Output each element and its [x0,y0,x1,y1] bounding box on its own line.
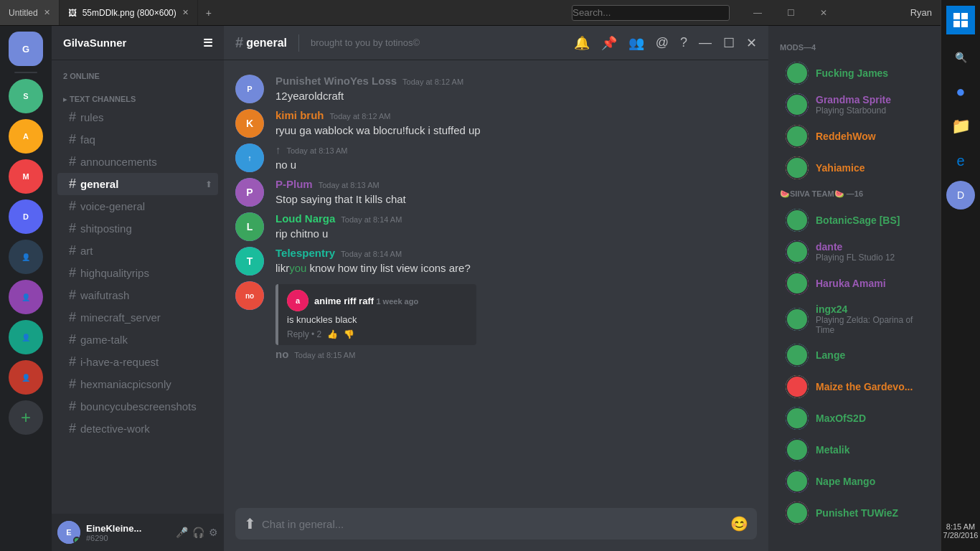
help-icon[interactable]: ? [680,35,687,50]
tab-image[interactable]: 🖼 55mDDlk.png (800×600) ✕ [60,0,198,25]
header-minimize-icon[interactable]: — [699,35,712,50]
member-info: dante Playing FL Studio 12 [816,241,923,263]
channel-item-shitposting[interactable]: # shitposting [57,217,218,240]
channel-item-general[interactable]: # general ⬆ [57,173,218,195]
online-count-label: 2 ONLINE [52,66,224,86]
server-icon-6[interactable]: 👤 [9,240,43,274]
channel-item-art[interactable]: # art [57,240,218,262]
member-name: Punishet TUWieZ [816,507,923,519]
discord-taskbar-icon[interactable]: D [946,181,975,209]
member-item-yahiamice[interactable]: Y Yahiamice [774,152,935,184]
tab-close-image[interactable]: ✕ [182,8,189,17]
search-taskbar-icon[interactable]: 🔍 [946,43,975,72]
member-item-grandma-sprite[interactable]: G Grandma Sprite Playing Starbound [774,89,935,121]
channel-item-highqualityrips[interactable]: # highqualityrips [57,262,218,284]
message-timestamp: Today at 8:14 AM [341,215,402,224]
channel-item-voice-general[interactable]: # voice-general [57,195,218,217]
reply-label[interactable]: Reply • 2 [287,329,321,339]
upload-button[interactable]: ⬆ [244,508,262,540]
server-icon-7[interactable]: 👤 [9,280,43,314]
browser-search-bar[interactable] [572,5,730,21]
message-timestamp: Today at 8:12 AM [330,112,391,121]
chat-input[interactable] [262,511,725,537]
member-item-lange[interactable]: L Lange [774,339,935,371]
channel-item-waifutrash[interactable]: # waifutrash [57,284,218,306]
server-menu-icon[interactable]: ☰ [203,37,212,50]
member-info: Lange [816,349,923,361]
member-status: Playing Starbound [816,105,923,116]
maximize-button[interactable]: ☐ [774,1,807,24]
member-item-punishet-tuviez[interactable]: P Punishet TUWieZ [774,497,935,529]
server-icon-9[interactable]: 👤 [9,360,43,395]
pin-icon[interactable]: 📌 [601,35,617,51]
settings-button[interactable]: ⚙ [209,527,218,538]
edge-icon[interactable]: e [946,146,975,175]
message-author[interactable]: Punishet WinoYes Loss [275,75,397,87]
member-avatar: H [786,272,809,295]
server-icon-3[interactable]: A [9,119,43,154]
channel-item-rules[interactable]: # rules [57,106,218,128]
message-author[interactable]: P-Plum [275,178,313,190]
notification-bell-icon[interactable]: 🔔 [574,35,590,51]
member-item-maize[interactable]: M Maize the Gardevo... [774,371,935,402]
member-item-ingx24[interactable]: i ingx24 Playing Zelda: Oparina of Time [774,299,935,339]
member-name: ReddehWow [816,131,923,142]
mention-icon[interactable]: @ [656,35,669,50]
thumbs-down-icon[interactable]: 👎 [344,329,354,339]
minimize-button[interactable]: — [741,1,774,24]
channel-item-faq[interactable]: # faq [57,128,218,151]
server-icon-2[interactable]: S [9,79,43,113]
channel-item-detective-work[interactable]: # detective-work [57,418,218,440]
channel-name-i-have-a-request: i-have-a-request [80,356,159,368]
tab-close-untitled[interactable]: ✕ [44,8,50,17]
member-info: Fucking James [816,67,923,79]
channel-item-announcements[interactable]: # announcements [57,151,218,173]
message-author[interactable]: no [275,348,288,360]
member-item-nape-mango[interactable]: N Nape Mango [774,466,935,497]
mods-section-header: MODS—4 [768,37,941,57]
tab-untitled[interactable]: Untitled ✕ [0,0,60,25]
header-close-icon[interactable]: ✕ [746,35,757,51]
members-list-icon[interactable]: 👥 [628,35,644,51]
member-item-fucking-james[interactable]: F Fucking James [774,57,935,89]
channel-item-bouncycubescreenshots[interactable]: # bouncycubescreenshots [57,395,218,418]
thumbs-up-icon[interactable]: 👍 [327,329,338,339]
member-name: Lange [816,349,923,361]
member-item-reddehwow[interactable]: R ReddehWow [774,121,935,152]
server-icon-5[interactable]: D [9,199,43,234]
member-item-haruka-amami[interactable]: H Haruka Amami [774,268,935,299]
server-icon-8[interactable]: 👤 [9,320,43,354]
text-channels-header[interactable]: ▸ TEXT CHANNELS [52,92,224,106]
message-author[interactable]: ↑ [275,143,281,156]
message-content: a anime riff raff 1 week ago is knuckles… [275,281,757,362]
close-button[interactable]: ✕ [807,1,840,24]
message-avatar: P [235,75,264,103]
server-icon-gilvasunner[interactable]: G [9,32,43,66]
channel-item-i-have-a-request[interactable]: # i-have-a-request [57,351,218,373]
start-button[interactable] [946,6,975,34]
server-name-header[interactable]: GilvaSunner ☰ [52,26,224,60]
channel-item-game-talk[interactable]: # game-talk [57,329,218,351]
message-author[interactable]: Loud Narga [275,212,335,225]
message-author[interactable]: kimi bruh [275,109,324,121]
member-avatar: L [786,344,809,367]
server-icon-4[interactable]: M [9,159,43,194]
deafen-button[interactable]: 🎧 [192,527,204,538]
header-maximize-icon[interactable]: ☐ [723,35,735,51]
member-item-maxofs2d[interactable]: M MaxOfS2D [774,402,935,434]
add-server-button[interactable]: + [9,400,43,435]
member-item-metalik[interactable]: M Metalik [774,434,935,466]
new-tab-button[interactable]: + [198,7,220,19]
messages-area: P Punishet WinoYes Loss Today at 8:12 AM… [224,60,768,496]
embed-timestamp: 1 week ago [376,297,418,306]
member-name: Haruka Amami [816,278,923,289]
member-item-botanicsage[interactable]: B BotanicSage [BS] [774,204,935,236]
explorer-icon[interactable]: 📁 [946,112,975,141]
emoji-button[interactable]: 😊 [725,508,748,540]
channel-item-hexmaniacpicsonly[interactable]: # hexmaniacpicsonly [57,373,218,395]
mute-button[interactable]: 🎤 [176,527,188,538]
channel-item-minecraft-server[interactable]: # minecraft_server [57,306,218,329]
member-item-dante[interactable]: d dante Playing FL Studio 12 [774,236,935,268]
chrome-icon[interactable]: ● [946,77,975,106]
message-author[interactable]: Telespentry [275,247,335,259]
